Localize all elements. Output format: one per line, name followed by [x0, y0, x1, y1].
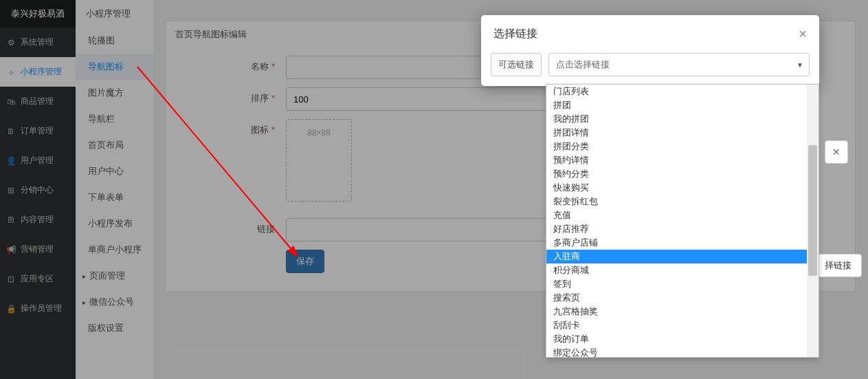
dropdown-option[interactable]: 预约详情 [546, 153, 807, 167]
dropdown-option[interactable]: 充值 [546, 208, 807, 222]
dropdown-option[interactable]: 多商户店铺 [546, 236, 807, 250]
modal-close-icon[interactable]: × [799, 26, 807, 42]
dropdown-option[interactable]: 裂变拆红包 [546, 195, 807, 208]
link-select[interactable]: 点击选择链接 ▼ [548, 53, 810, 76]
dropdown-option[interactable]: 九宫格抽奖 [546, 305, 807, 318]
link-modal: 选择链接 × 可选链接 点击选择链接 ▼ [481, 15, 819, 86]
chevron-down-icon: ▼ [797, 61, 803, 69]
link-dropdown: 门店列表拼团我的拼团拼团详情拼团分类预约详情预约分类快速购买裂变拆红包充值好店推… [546, 84, 819, 358]
dropdown-option[interactable]: 拼团详情 [546, 126, 807, 140]
dropdown-option[interactable]: 签到 [546, 277, 807, 291]
icon-row-close[interactable]: ✕ [825, 140, 848, 164]
modal-tag: 可选链接 [491, 53, 542, 76]
dropdown-option[interactable]: 拼团分类 [546, 140, 807, 153]
dropdown-option[interactable]: 入驻商 [546, 250, 807, 263]
dropdown-option[interactable]: 预约分类 [546, 167, 807, 181]
dropdown-option[interactable]: 拼团 [546, 98, 807, 112]
dropdown-option[interactable]: 刮刮卡 [546, 318, 807, 332]
dropdown-option[interactable]: 快速购买 [546, 181, 807, 195]
modal-title: 选择链接 [493, 27, 537, 41]
dropdown-option[interactable]: 好店推荐 [546, 222, 807, 236]
close-icon: ✕ [832, 147, 841, 158]
dropdown-option[interactable]: 门店列表 [546, 85, 807, 98]
dropdown-option[interactable]: 搜索页 [546, 291, 807, 305]
dropdown-option[interactable]: 我的拼团 [546, 112, 807, 126]
dropdown-option[interactable]: 我的订单 [546, 332, 807, 346]
dropdown-scrollbar[interactable] [807, 85, 819, 357]
scrollbar-thumb[interactable] [808, 145, 817, 276]
choose-link-button[interactable]: 择链接 [814, 254, 862, 277]
dropdown-option[interactable]: 绑定公众号 [546, 346, 807, 357]
dropdown-option[interactable]: 积分商城 [546, 263, 807, 277]
select-placeholder: 点击选择链接 [556, 58, 610, 71]
